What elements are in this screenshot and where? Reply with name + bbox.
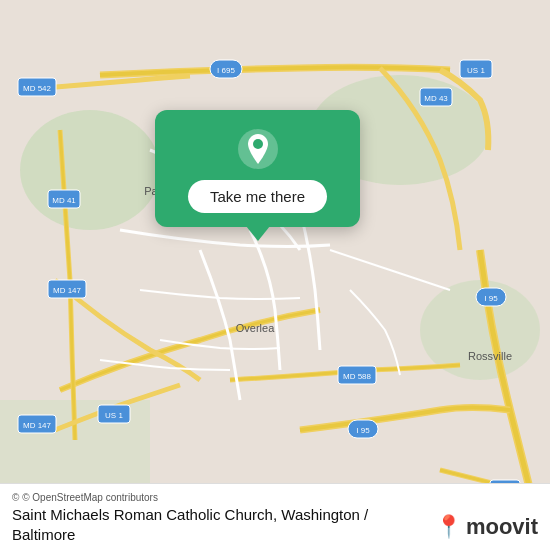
svg-text:MD 41: MD 41 — [52, 196, 76, 205]
svg-point-33 — [253, 139, 263, 149]
svg-text:I 95: I 95 — [356, 426, 370, 435]
svg-text:Rossville: Rossville — [468, 350, 512, 362]
moovit-pin-icon: 📍 — [435, 514, 462, 540]
svg-text:I 695: I 695 — [217, 66, 235, 75]
map-roads-svg: MD 542 I 695 US 1 MD 43 MD 41 MD 147 MD … — [0, 0, 550, 550]
svg-text:MD 147: MD 147 — [53, 286, 82, 295]
svg-text:Overlea: Overlea — [236, 322, 275, 334]
svg-text:MD 43: MD 43 — [424, 94, 448, 103]
svg-point-1 — [20, 110, 160, 230]
svg-text:US 1: US 1 — [105, 411, 123, 420]
map-container: MD 542 I 695 US 1 MD 43 MD 41 MD 147 MD … — [0, 0, 550, 550]
svg-text:I 95: I 95 — [484, 294, 498, 303]
svg-text:MD 588: MD 588 — [343, 372, 372, 381]
bottom-bar: © © OpenStreetMap contributors Saint Mic… — [0, 483, 550, 550]
take-me-there-button[interactable]: Take me there — [188, 180, 327, 213]
svg-text:US 1: US 1 — [467, 66, 485, 75]
svg-text:MD 147: MD 147 — [23, 421, 52, 430]
moovit-logo: 📍 moovit — [435, 514, 538, 540]
map-attribution: © © OpenStreetMap contributors — [12, 492, 538, 503]
popup-card: Take me there — [155, 110, 360, 227]
svg-text:MD 542: MD 542 — [23, 84, 52, 93]
place-name: Saint Michaels Roman Catholic Church, Wa… — [12, 505, 368, 544]
location-pin-icon — [237, 128, 279, 170]
moovit-text: moovit — [466, 514, 538, 540]
copyright-symbol: © — [12, 492, 19, 503]
attribution-text: © OpenStreetMap contributors — [22, 492, 158, 503]
